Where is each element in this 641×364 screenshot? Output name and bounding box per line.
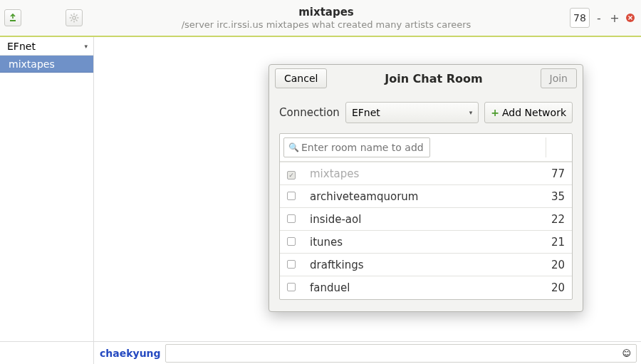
network-name: EFnet (7, 41, 36, 52)
room-table: ✓mixtapes77archiveteamquorum35inside-aol… (280, 162, 572, 299)
room-search-input[interactable] (283, 137, 430, 157)
svg-line-9 (71, 20, 73, 21)
room-row[interactable]: draftkings20 (280, 254, 572, 276)
room-count: 22 (536, 208, 572, 231)
room-row[interactable]: itunes21 (280, 231, 572, 254)
svg-rect-0 (10, 20, 16, 21)
close-icon (625, 13, 635, 23)
user-count-badge[interactable]: 78 (570, 8, 590, 28)
join-room-dialog: Cancel Join Chat Room Join Connection EF… (269, 64, 583, 312)
window-title: mixtapes (83, 6, 570, 19)
room-row[interactable]: inside-aol22 (280, 208, 572, 231)
window-subtitle: /server irc.irssi.us mixtapes what creat… (83, 19, 570, 30)
room-count: 21 (536, 231, 572, 254)
message-input[interactable] (165, 344, 637, 363)
room-count: 20 (536, 254, 572, 276)
chat-area: Cancel Join Chat Room Join Connection EF… (94, 37, 641, 341)
refresh-rooms-button[interactable] (546, 137, 568, 157)
room-row[interactable]: ✓mixtapes77 (280, 162, 572, 185)
checkbox-icon[interactable] (287, 214, 296, 223)
checkbox-icon[interactable] (287, 237, 296, 246)
cancel-button[interactable]: Cancel (275, 68, 327, 88)
svg-line-6 (71, 15, 73, 16)
plus-icon: + (491, 107, 499, 118)
room-name: mixtapes (303, 162, 536, 185)
settings-button[interactable] (66, 9, 83, 26)
sidebar-channel-mixtapes[interactable]: mixtapes (0, 56, 93, 73)
add-network-label: Add Network (502, 107, 566, 118)
input-bar: chaekyung 😊 (0, 341, 641, 364)
svg-line-8 (76, 15, 78, 16)
room-list-box: 🔍 ✓mixtapes77archiveteamquorum35inside-a… (279, 133, 573, 300)
room-count: 20 (536, 276, 572, 299)
connection-label: Connection (279, 106, 340, 119)
add-network-button[interactable]: + Add Network (484, 102, 573, 123)
add-channel-button[interactable] (4, 9, 21, 26)
checkbox-icon[interactable] (287, 192, 296, 200)
gear-icon (69, 13, 79, 23)
dialog-title: Join Chat Room (327, 72, 540, 85)
connection-select[interactable]: EFnet ▾ (345, 102, 479, 123)
room-count: 35 (536, 185, 572, 208)
checkbox-icon[interactable] (287, 283, 296, 291)
room-row[interactable]: archiveteamquorum35 (280, 185, 572, 208)
room-name: draftkings (303, 254, 536, 276)
plus-arrow-icon (9, 14, 17, 22)
titlebar: mixtapes /server irc.irssi.us mixtapes w… (0, 0, 641, 37)
svg-line-7 (76, 20, 78, 21)
network-selector[interactable]: EFnet ▾ (0, 37, 93, 56)
room-name: itunes (303, 231, 536, 254)
room-row[interactable]: fanduel20 (280, 276, 572, 299)
svg-point-1 (73, 16, 75, 19)
connection-value: EFnet (352, 107, 380, 118)
room-name: fanduel (303, 276, 536, 299)
search-icon: 🔍 (288, 142, 299, 152)
room-name: inside-aol (303, 208, 536, 231)
chevron-down-icon: ▾ (469, 109, 473, 116)
chevron-down-icon: ▾ (84, 43, 88, 50)
close-button[interactable] (624, 11, 637, 24)
room-name: archiveteamquorum (303, 185, 536, 208)
emoji-icon[interactable]: 😊 (622, 348, 631, 358)
sidebar: EFnet ▾ mixtapes (0, 37, 94, 341)
minimize-button[interactable]: - (593, 11, 605, 24)
maximize-button[interactable]: + (608, 11, 621, 24)
checkbox-icon[interactable]: ✓ (287, 171, 296, 180)
nick-label: chaekyung (94, 348, 165, 359)
join-button[interactable]: Join (541, 68, 577, 88)
room-count: 77 (536, 162, 572, 185)
checkbox-icon[interactable] (287, 260, 296, 269)
